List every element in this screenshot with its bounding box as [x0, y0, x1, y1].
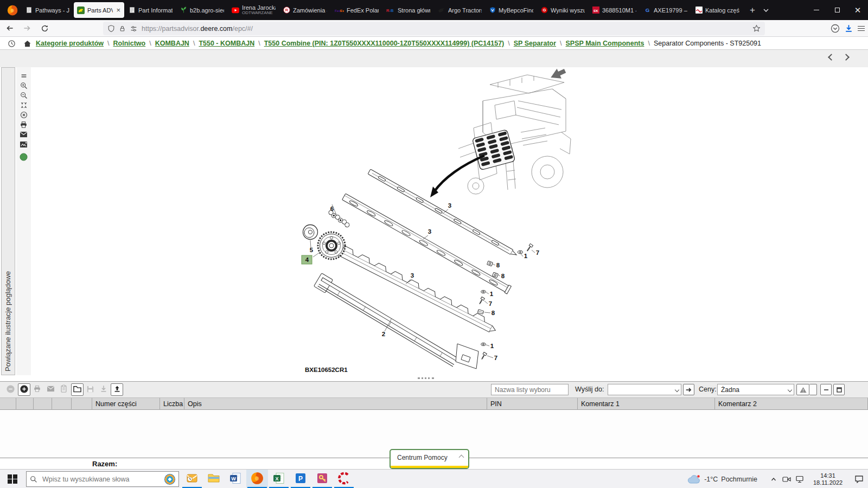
lock-icon[interactable] [119, 25, 126, 33]
part-number-label[interactable]: 1 [490, 343, 494, 349]
search-input[interactable] [41, 475, 161, 484]
chevron-up-icon[interactable] [459, 455, 464, 460]
part-number-label[interactable]: 1 [490, 291, 494, 297]
window-minimize-button[interactable] [806, 0, 827, 20]
window-maximize-button[interactable] [827, 0, 847, 20]
permissions-icon[interactable] [130, 25, 138, 33]
table-column-header[interactable]: Numer części [92, 398, 160, 410]
search-highlight-icon[interactable] [164, 474, 175, 485]
url-text[interactable]: https://partsadvisor.deere.com/epc/#/ [142, 25, 749, 33]
taskbar-clock[interactable]: 14:31 18.11.2022 [808, 472, 847, 486]
taskbar-app-outlook[interactable] [181, 470, 203, 488]
breadcrumb-link[interactable]: Rolnictwo [113, 40, 146, 47]
table-column-header[interactable]: Komentarz 1 [578, 398, 715, 410]
part-number-label[interactable]: 6 [330, 206, 334, 212]
folder-button[interactable] [71, 383, 84, 396]
table-column-header[interactable] [0, 398, 16, 410]
browser-tab[interactable]: Argo Tractors [435, 2, 485, 18]
part-rail-middle[interactable] [342, 193, 512, 294]
app-menu-icon[interactable] [858, 26, 865, 31]
part-number-label[interactable]: 7 [536, 249, 539, 256]
tab-close-button[interactable]: × [116, 6, 121, 14]
pocket-icon[interactable] [831, 24, 840, 33]
firefox-view-button[interactable] [3, 2, 22, 18]
prices-select[interactable]: Żadna [717, 384, 794, 395]
help-center-popup[interactable]: Centrum Pomocy [390, 449, 469, 469]
bookmark-star-icon[interactable] [752, 24, 761, 33]
part-number-label[interactable]: 8 [501, 273, 505, 279]
table-column-header[interactable] [16, 398, 34, 410]
part-number-label[interactable]: 2 [382, 331, 385, 337]
breadcrumb-link[interactable]: T550 Combine (PIN: 1Z0T550XXXX110000-1Z0… [264, 40, 505, 47]
table-column-header[interactable] [72, 398, 92, 410]
table-column-header[interactable]: Opis [184, 398, 487, 410]
browser-tab[interactable]: EK3688510M1 - [589, 2, 640, 18]
breadcrumb-link[interactable]: Kategorie produktów [36, 40, 104, 47]
plus-circle-button[interactable] [18, 383, 30, 396]
list-all-tabs-button[interactable] [760, 3, 773, 17]
part-number-label[interactable]: 3 [448, 202, 451, 209]
taskbar-search-box[interactable] [26, 471, 179, 487]
part-long-bar[interactable] [314, 273, 478, 369]
part-number-label[interactable]: 7 [494, 355, 497, 361]
warning-button[interactable] [796, 384, 809, 395]
parts-exploded-diagram[interactable]: 4 653332178817817 BXE10652CR1 [0, 67, 868, 381]
history-icon[interactable] [8, 40, 16, 48]
downloads-icon[interactable] [844, 24, 853, 33]
table-column-header[interactable] [52, 398, 72, 410]
browser-tab[interactable]: Irena JarockaODTWARZANE [228, 2, 279, 18]
part-number-label[interactable]: 3 [411, 272, 414, 279]
breadcrumb-link[interactable]: KOMBAJN [155, 40, 189, 47]
selected-part-number[interactable]: 4 [305, 256, 309, 263]
taskbar-weather[interactable]: -1°C Pochmurnie [687, 474, 757, 484]
breadcrumb-link[interactable]: SPSP Main Components [566, 40, 644, 47]
part-number-label[interactable]: 8 [496, 262, 500, 268]
panel-maximize-button[interactable] [833, 384, 845, 395]
taskbar-app-word[interactable]: W [225, 470, 246, 488]
taskbar-app-excel[interactable]: X [268, 470, 290, 488]
browser-tab[interactable]: Parts ADVI× [74, 2, 124, 18]
meet-now-icon[interactable] [780, 470, 793, 488]
start-button[interactable] [0, 470, 25, 488]
hidden-icons-chevron[interactable] [767, 470, 780, 488]
tracking-protection-shield-icon[interactable] [107, 25, 115, 33]
browser-tab[interactable]: Part Information [125, 2, 176, 18]
list-name-input[interactable] [491, 384, 569, 395]
breadcrumb-link[interactable]: SP Separator [514, 40, 556, 47]
breadcrumb-link[interactable]: T550 - KOMBAJN [199, 40, 254, 47]
warning-dropdown-button[interactable] [809, 384, 817, 395]
taskbar-app-firefox[interactable] [246, 470, 268, 488]
reload-button[interactable] [37, 21, 52, 35]
table-column-header[interactable]: PIN [487, 398, 578, 410]
new-tab-button[interactable]: + [745, 3, 760, 17]
part-pulley[interactable] [303, 225, 318, 240]
taskbar-app-explorer[interactable] [203, 470, 225, 488]
home-icon[interactable] [23, 40, 31, 48]
part-number-label[interactable]: 3 [428, 228, 431, 235]
action-center-icon[interactable] [850, 470, 868, 488]
next-illustration-icon[interactable] [843, 54, 850, 61]
browser-tab[interactable]: GAXE19799 – S [641, 2, 691, 18]
browser-tab[interactable]: Katalog częśc [692, 2, 743, 18]
part-number-label[interactable]: 5 [310, 247, 314, 253]
network-icon[interactable] [793, 470, 806, 488]
window-close-button[interactable]: ✕ [847, 0, 868, 20]
send-to-select[interactable] [608, 384, 681, 395]
table-column-header[interactable] [34, 398, 52, 410]
back-button[interactable] [2, 21, 17, 35]
browser-tab[interactable]: Pathways - John D [22, 2, 73, 18]
browser-tab[interactable]: b2b.agro-siec [177, 2, 227, 18]
table-column-header[interactable]: Liczba [160, 398, 184, 410]
part-chain[interactable] [328, 209, 351, 228]
url-bar[interactable]: https://partsadvisor.deere.com/epc/#/ [103, 22, 765, 35]
taskbar-app-access[interactable] [311, 470, 333, 488]
browser-tab[interactable]: GWyniki wyszu [538, 2, 588, 18]
forward-button[interactable] [20, 21, 35, 35]
part-number-label[interactable]: 8 [492, 310, 495, 316]
panel-resize-handle[interactable] [418, 377, 434, 379]
browser-tab[interactable]: MyBepcoFind [486, 2, 537, 18]
part-number-label[interactable]: 7 [489, 300, 492, 307]
browser-tab[interactable]: R-BStrona główn [383, 2, 433, 18]
taskbar-app-publisher[interactable]: P [290, 470, 311, 488]
send-button[interactable] [683, 384, 694, 395]
